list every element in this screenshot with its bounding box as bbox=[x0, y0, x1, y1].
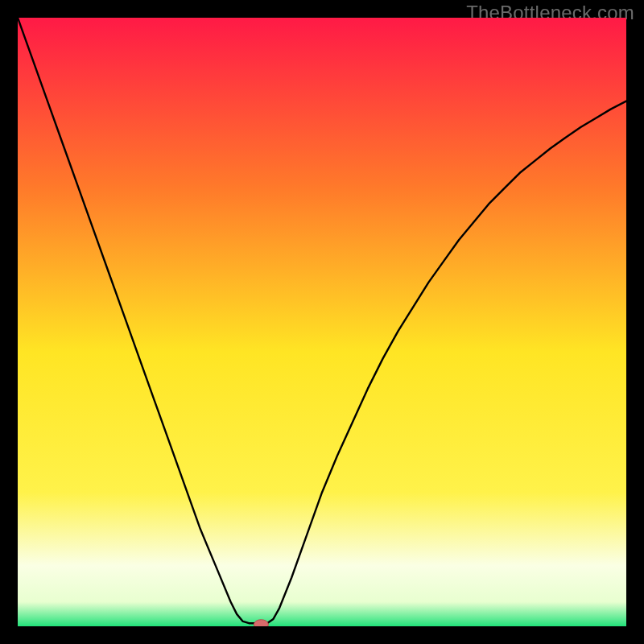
gradient-background bbox=[18, 18, 626, 626]
optimal-point-marker bbox=[254, 620, 268, 626]
chart-frame: TheBottleneck.com bbox=[0, 0, 644, 644]
bottleneck-chart bbox=[18, 18, 626, 626]
plot-area bbox=[18, 18, 626, 626]
